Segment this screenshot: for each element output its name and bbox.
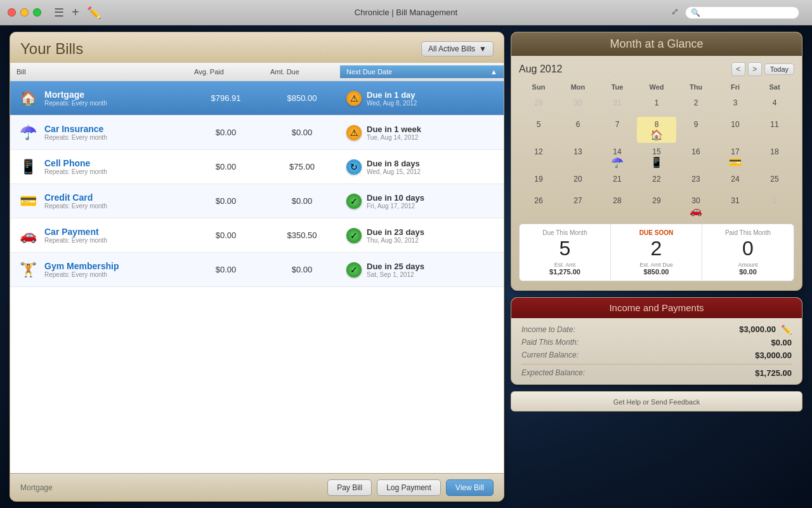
cal-day[interactable]: 27 xyxy=(558,193,598,219)
pay-bill-button[interactable]: Pay Bill xyxy=(327,479,372,496)
cal-day[interactable]: 8🏠 xyxy=(637,117,676,143)
table-row[interactable]: 🏋 Gym Membership Repeats: Every month $0… xyxy=(10,253,504,287)
cal-day[interactable]: 15📱 xyxy=(637,144,676,170)
income-edit-icon[interactable]: ✏️ xyxy=(781,324,792,335)
minimize-button[interactable] xyxy=(20,8,29,17)
cal-day[interactable]: 4 xyxy=(755,95,794,116)
due-main: Due in 23 days xyxy=(367,227,424,237)
cal-day[interactable]: 7 xyxy=(598,117,637,143)
view-bill-button[interactable]: View Bill xyxy=(446,479,494,496)
cal-day-num: 27 xyxy=(573,196,582,206)
title-bar: ☰ + ✏️ Chronicle | Bill Management 🔍 ⤢ xyxy=(0,0,812,25)
bill-name: Car Payment xyxy=(44,227,107,237)
cal-day[interactable]: 1 xyxy=(755,193,794,219)
bill-name: Credit Card xyxy=(44,192,107,203)
income-row: Paid This Month: $0.00 xyxy=(521,338,792,347)
cal-day[interactable]: 11 xyxy=(755,117,794,143)
cal-day[interactable]: 20 xyxy=(558,171,598,192)
avg-paid-cell: $0.00 xyxy=(188,124,264,141)
cal-day-num: 25 xyxy=(770,174,778,185)
cal-day-header: Sat xyxy=(755,81,794,93)
cal-week: 2930311234 xyxy=(519,95,794,116)
cal-day-num: 12 xyxy=(534,147,542,157)
cal-day-num: 14 xyxy=(613,147,621,157)
cal-day[interactable]: 26 xyxy=(519,193,558,219)
log-payment-button[interactable]: Log Payment xyxy=(377,479,441,496)
cal-day[interactable]: 3 xyxy=(716,95,755,116)
close-button[interactable] xyxy=(8,8,16,17)
due-text: Due in 1 week Tue, Aug 14, 2012 xyxy=(367,124,421,141)
search-bar[interactable]: 🔍 xyxy=(685,6,799,19)
cal-day[interactable]: 13 xyxy=(558,144,598,170)
right-panel: Month at a Glance Aug 2012 < > Today Sun… xyxy=(511,32,802,502)
cal-next-button[interactable]: > xyxy=(748,62,762,76)
cal-day[interactable]: 29 xyxy=(519,95,558,116)
help-bar[interactable]: Get Help or Send Feedback xyxy=(511,391,802,411)
cal-day-num: 16 xyxy=(691,147,700,157)
cal-day-num: 6 xyxy=(576,119,580,130)
cal-day[interactable]: 29 xyxy=(637,193,676,219)
due-cell: ✓ Due in 25 days Sat, Sep 1, 2012 xyxy=(340,258,504,282)
cal-day[interactable]: 23 xyxy=(676,171,716,192)
avg-paid-cell: $0.00 xyxy=(188,192,264,210)
cal-day[interactable]: 31 xyxy=(716,193,755,219)
cal-today-button[interactable]: Today xyxy=(764,64,794,75)
table-row[interactable]: 💳 Credit Card Repeats: Every month $0.00… xyxy=(10,184,504,218)
cal-day[interactable]: 17💳 xyxy=(716,144,755,170)
due-main: Due in 1 week xyxy=(367,124,421,134)
cal-day[interactable]: 25 xyxy=(755,171,794,192)
bill-name-wrap: Cell Phone Repeats: Every month xyxy=(44,158,107,175)
bills-title: Your Bills xyxy=(20,40,83,58)
cal-day[interactable]: 1 xyxy=(637,95,676,116)
col-next-due: Next Due Date ▲ xyxy=(340,65,504,78)
cal-day[interactable]: 2 xyxy=(676,95,716,116)
list-icon[interactable]: ☰ xyxy=(54,6,64,20)
cal-day[interactable]: 31 xyxy=(598,95,637,116)
cal-day[interactable]: 24 xyxy=(716,171,755,192)
cal-day[interactable]: 30 xyxy=(558,95,598,116)
cal-day[interactable]: 28 xyxy=(598,193,637,219)
edit-icon[interactable]: ✏️ xyxy=(87,6,101,20)
cal-day-header: Wed xyxy=(637,81,676,93)
cal-prev-button[interactable]: < xyxy=(731,62,745,76)
calendar-grid: SunMonTueWedThuFriSat29303112345678🏠9101… xyxy=(519,81,794,218)
income-row-label: Paid This Month: xyxy=(521,338,579,347)
cal-day[interactable]: 6 xyxy=(558,117,598,143)
cal-day[interactable]: 12 xyxy=(519,144,558,170)
cal-day[interactable]: 19 xyxy=(519,171,558,192)
cal-day[interactable]: 18 xyxy=(755,144,794,170)
search-input[interactable] xyxy=(703,8,794,17)
table-row[interactable]: ☂️ Car Insurance Repeats: Every month $0… xyxy=(10,116,504,150)
income-rows: Income to Date: $3,000.00 ✏️ Paid This M… xyxy=(521,324,792,360)
cal-day-num: 31 xyxy=(613,98,621,109)
footer-buttons: Pay Bill Log Payment View Bill xyxy=(327,479,494,496)
cal-day[interactable]: 30🚗 xyxy=(676,193,716,219)
bill-repeat: Repeats: Every month xyxy=(44,203,107,210)
add-icon[interactable]: + xyxy=(72,5,79,20)
due-cell: ↻ Due in 8 days Wed, Aug 15, 2012 xyxy=(340,155,504,179)
avg-paid-cell: $0.00 xyxy=(188,261,264,278)
avg-paid-cell: $0.00 xyxy=(188,158,264,175)
income-row-value: $3,000.00 xyxy=(755,351,792,360)
cal-day[interactable]: 9 xyxy=(676,117,716,143)
cal-day-num: 1 xyxy=(655,98,659,109)
cal-day-num: 30 xyxy=(691,196,700,206)
expand-icon[interactable]: ⤢ xyxy=(671,6,679,17)
bill-name-wrap: Gym Membership Repeats: Every month xyxy=(44,261,119,278)
table-row[interactable]: 🏠 Mortgage Repeats: Every month $796.91 … xyxy=(10,81,504,116)
table-row[interactable]: 🚗 Car Payment Repeats: Every month $0.00… xyxy=(10,218,504,253)
cal-day[interactable]: 16 xyxy=(676,144,716,170)
cal-day[interactable]: 21 xyxy=(598,171,637,192)
cal-day[interactable]: 14☂️ xyxy=(598,144,637,170)
income-panel: Income and Payments Income to Date: $3,0… xyxy=(511,297,802,385)
table-row[interactable]: 📱 Cell Phone Repeats: Every month $0.00 … xyxy=(10,150,504,184)
filter-dropdown[interactable]: All Active Bills ▼ xyxy=(421,41,494,57)
cal-month: Aug 2012 xyxy=(519,64,563,75)
cal-day[interactable]: 10 xyxy=(716,117,755,143)
cal-day[interactable]: 22 xyxy=(637,171,676,192)
help-text: Get Help or Send Feedback xyxy=(613,398,700,406)
cal-week: 19202122232425 xyxy=(519,171,794,192)
maximize-button[interactable] xyxy=(33,8,41,17)
cal-day[interactable]: 5 xyxy=(519,117,558,143)
bill-repeat: Repeats: Every month xyxy=(44,168,107,175)
